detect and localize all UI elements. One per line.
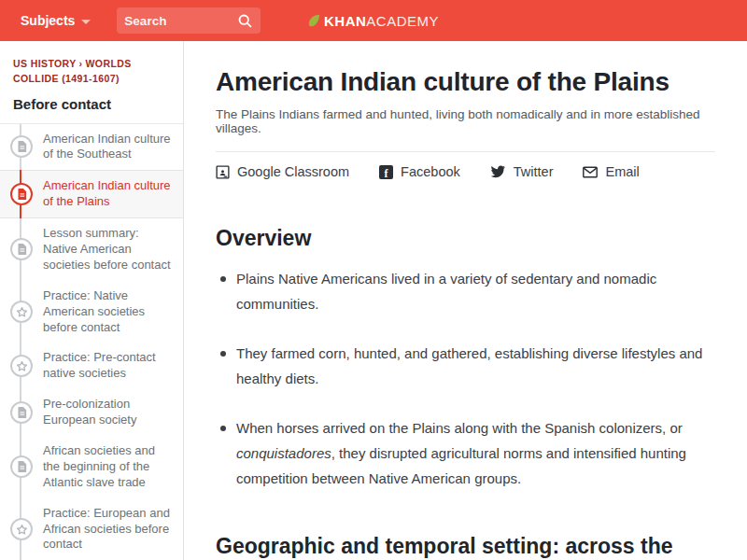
share-twitter-button[interactable]: Twitter [490,164,554,179]
lesson-item-label: Practice: Native American societies befo… [43,288,145,334]
top-navigation-bar: Subjects KHANACADEMY [0,0,747,41]
share-email-button[interactable]: Email [583,164,639,179]
search-input[interactable] [124,14,237,28]
overview-bullet: When horses arrived on the Plains along … [216,415,715,491]
lesson-item-label: Lesson summary: Native American societie… [43,226,171,272]
breadcrumb: US HISTORY›WORLDS COLLIDE (1491-1607) [13,56,170,87]
overview-section: Overview Plains Native Americans lived i… [216,226,715,491]
twitter-icon [490,165,506,179]
sidebar-lesson-item[interactable]: Practice: Pre-contact native societies [0,343,183,389]
sidebar-lesson-item[interactable]: African societies and the beginning of t… [0,436,183,498]
subjects-menu-button[interactable]: Subjects [11,6,100,35]
search-box[interactable] [117,7,261,34]
geographic-section: Geographic and temporal setting: across … [216,534,715,560]
share-button-label: Twitter [514,164,554,179]
page-title: American Indian culture of the Plains [216,67,715,97]
facebook-icon: f [379,165,393,179]
sidebar-lesson-item[interactable]: American Indian culture of the Southeast [0,124,183,171]
lesson-item-label: African societies and the beginning of t… [43,443,155,489]
search-icon[interactable] [237,13,253,29]
lesson-sidebar: US HISTORY›WORLDS COLLIDE (1491-1607) Be… [0,41,184,560]
share-facebook-button[interactable]: fFacebook [379,164,460,179]
article-icon [10,135,33,158]
article-subtitle: The Plains Indians farmed and hunted, li… [216,107,715,135]
article-icon [10,238,33,260]
overview-bullet-list: Plains Native Americans lived in a varie… [216,266,715,491]
sidebar-lesson-item[interactable]: Pre-colonization European society [0,389,183,436]
article-icon [10,455,33,478]
leaf-icon [308,14,320,27]
share-button-label: Google Classroom [237,164,349,179]
sidebar-lesson-item[interactable]: Lesson summary: Native American societie… [0,218,183,281]
sidebar-lesson-item[interactable]: Practice: Native American societies befo… [0,281,183,343]
breadcrumb-course-link[interactable]: US HISTORY [13,58,77,69]
lesson-item-label: Practice: European and African societies… [43,506,170,552]
overview-heading: Overview [216,226,715,251]
tutorial-title: Before contact [13,96,170,112]
share-toolbar: Google ClassroomfFacebookTwitterEmail [216,151,715,190]
geographic-heading: Geographic and temporal setting: across … [216,534,715,560]
share-button-label: Email [605,164,639,179]
overview-bullet: They farmed corn, hunted, and gathered, … [216,341,715,391]
google-classroom-icon [216,165,230,179]
lesson-item-label: American Indian culture of the Southeast [43,132,171,161]
star-icon [10,518,33,540]
article-content: American Indian culture of the Plains Th… [184,41,747,560]
lesson-item-label: Pre-colonization European society [43,397,136,427]
breadcrumb-separator: › [79,58,83,69]
sidebar-lesson-item[interactable]: Practice: European and African societies… [0,498,183,560]
chevron-down-icon [81,20,91,24]
khan-academy-logo[interactable]: KHANACADEMY [308,13,439,29]
star-icon [10,355,33,377]
overview-bullet: Plains Native Americans lived in a varie… [216,266,715,316]
sidebar-lesson-item[interactable]: American Indian culture of the Plains [0,170,183,218]
article-icon [10,183,33,205]
star-icon [10,301,33,323]
article-icon [10,401,33,424]
lesson-item-label: American Indian culture of the Plains [43,178,171,208]
logo-text: KHANACADEMY [324,13,439,29]
email-icon [583,166,598,178]
subjects-label: Subjects [21,13,75,28]
share-google-classroom-button[interactable]: Google Classroom [216,164,349,179]
lesson-list: American Indian culture of the Southeast… [0,123,183,560]
lesson-item-label: Practice: Pre-contact native societies [43,350,156,380]
share-button-label: Facebook [401,164,460,179]
